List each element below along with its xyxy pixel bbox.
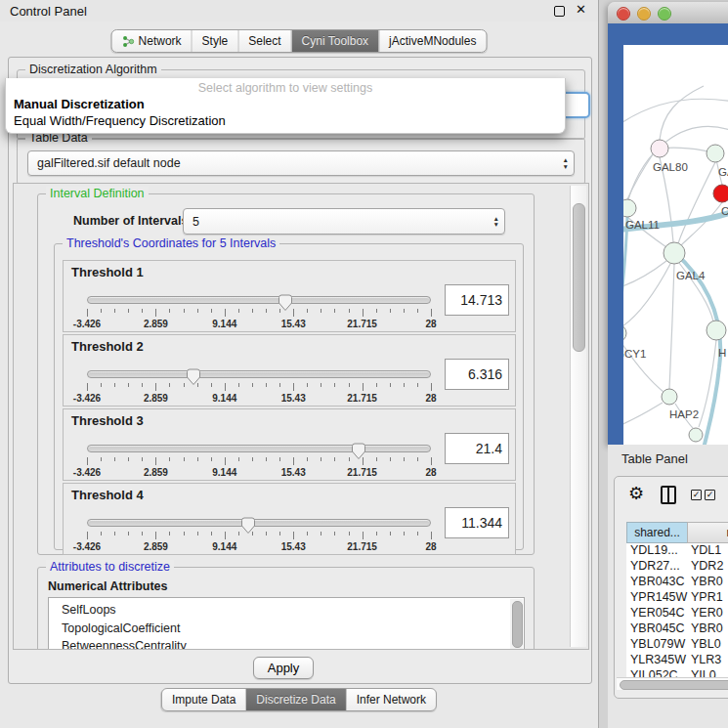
table-row[interactable]: YIL052CYIL0 [626, 668, 728, 677]
list-scrollbar[interactable] [510, 599, 523, 650]
cell-name[interactable]: YPR1 [687, 590, 728, 606]
gcy1-node[interactable] [623, 324, 626, 342]
slider-tick-label: 9.144 [212, 393, 236, 404]
column-header-shared-name[interactable]: shared... [626, 522, 687, 543]
list-scrollbar-thumb[interactable] [512, 601, 523, 648]
cell-name[interactable]: YBR0 [687, 621, 728, 637]
threshold-slider[interactable]: -3.4262.8599.14415.4321.71528 [87, 441, 431, 480]
cell-name[interactable]: YIL0 [687, 668, 728, 677]
slider-thumb[interactable] [240, 517, 256, 535]
attribute-list-item[interactable]: BetweennessCentrality [49, 637, 524, 650]
cell-name[interactable]: YBL0 [687, 637, 728, 653]
gal80-node[interactable] [651, 140, 668, 157]
cell-shared-name[interactable]: YBR043C [626, 575, 687, 590]
panel-scrollbar[interactable] [570, 186, 586, 647]
cell-name[interactable]: YBR0 [687, 575, 728, 590]
network-canvas[interactable]: GAL80GAGAL11CGAL4GCY1HHAP2 [623, 45, 728, 449]
network-edge[interactable] [623, 264, 670, 328]
cell-name[interactable]: YDL1 [687, 543, 728, 559]
bottom-node[interactable] [689, 428, 703, 442]
network-edge-highlighted[interactable] [704, 367, 719, 449]
threshold-value-field[interactable]: 14.713 [445, 284, 509, 316]
slider-thumb[interactable] [278, 294, 293, 312]
gear-icon[interactable]: ⚙ [628, 483, 644, 504]
checkboxes-icon[interactable]: ✓ ✓ [691, 490, 715, 500]
hap2-node[interactable] [662, 389, 677, 405]
gal4-node[interactable] [664, 242, 685, 264]
table-hscrollbar[interactable] [617, 677, 728, 690]
cell-name[interactable]: YER0 [687, 606, 728, 621]
slider-track[interactable] [87, 296, 431, 304]
cell-shared-name[interactable]: YER054C [626, 606, 687, 621]
cell-shared-name[interactable]: YIL052C [626, 668, 687, 677]
column-layout-icon[interactable] [661, 486, 676, 504]
table-row[interactable]: YBR045CYBR0 [626, 621, 728, 637]
selected-red-node[interactable] [713, 185, 728, 202]
cell-shared-name[interactable]: YBR045C [626, 621, 687, 637]
network-edge[interactable] [623, 261, 666, 289]
threshold-value-field[interactable]: 6.316 [445, 359, 509, 390]
threshold-slider[interactable]: -3.4262.8599.14415.4321.71528 [87, 292, 431, 331]
table-data-combo[interactable]: galFiltered.sif default node ▲▼ [27, 150, 575, 176]
close-icon[interactable]: ✕ [576, 2, 586, 17]
network-edge[interactable] [623, 99, 728, 127]
numerical-attributes-list[interactable]: SelfLoopsTopologicalCoefficientBetweenne… [48, 597, 525, 650]
table-row[interactable]: YPR145WYPR1 [626, 590, 728, 606]
panel-scrollbar-thumb[interactable] [573, 203, 585, 352]
table-row[interactable]: YER054CYER0 [626, 606, 728, 621]
network-window-titlebar[interactable] [608, 2, 728, 24]
close-window-icon[interactable] [617, 7, 630, 21]
table-row[interactable]: YDR27...YDR2 [626, 559, 728, 575]
h-node[interactable] [707, 321, 726, 340]
table-row[interactable]: YBR043CYBR0 [626, 575, 728, 590]
apply-button[interactable]: Apply [253, 657, 314, 679]
algorithm-option-equal-width[interactable]: Equal Width/Frequency Discretization [6, 112, 565, 129]
combo-stepper-icon[interactable]: ▲▼ [563, 157, 569, 170]
table-hscrollbar-thumb[interactable] [620, 680, 728, 690]
cell-shared-name[interactable]: YPR145W [626, 590, 687, 606]
slider-minor-tick [334, 309, 335, 313]
algorithm-option-manual[interactable]: Manual Discretization [6, 96, 565, 112]
cell-name[interactable]: YLR3 [687, 653, 728, 668]
slider-thumb[interactable] [351, 443, 366, 460]
slider-thumb[interactable] [186, 368, 201, 386]
tab-style[interactable]: Style [192, 30, 238, 52]
threshold-slider[interactable]: -3.4262.8599.14415.4321.71528 [87, 366, 431, 406]
slider-track[interactable] [87, 445, 431, 452]
number-of-intervals-combo[interactable]: 5 ▲▼ [183, 208, 505, 235]
network-edge[interactable] [627, 154, 653, 199]
cell-name[interactable]: YDR2 [687, 559, 728, 575]
float-window-icon[interactable] [554, 6, 565, 17]
table-row[interactable]: YBL079WYBL0 [626, 637, 728, 653]
tab-infer-network[interactable]: Infer Network [346, 689, 436, 710]
table-row[interactable]: YDL19...YDL1 [626, 543, 728, 559]
top-right-node[interactable] [707, 145, 724, 162]
threshold-slider[interactable]: -3.4262.8599.14415.4321.71528 [87, 515, 431, 554]
checkbox-icon[interactable]: ✓ [705, 490, 715, 500]
tab-impute-data[interactable]: Impute Data [162, 689, 245, 710]
attribute-list-item[interactable]: SelfLoops [49, 601, 524, 620]
table-row[interactable]: YLR345WYLR3 [626, 653, 728, 668]
tab-discretize-data[interactable]: Discretize Data [245, 689, 345, 710]
slider-track[interactable] [87, 519, 431, 527]
threshold-value-field[interactable]: 21.4 [445, 433, 509, 464]
cell-shared-name[interactable]: YLR345W [626, 653, 687, 668]
attribute-list-item[interactable]: TopologicalCoefficient [49, 620, 524, 638]
threshold-value-field[interactable]: 11.344 [445, 507, 509, 538]
cell-shared-name[interactable]: YBL079W [626, 637, 687, 653]
network-edge[interactable] [669, 264, 674, 389]
column-header-name[interactable]: name [687, 522, 728, 543]
zoom-window-icon[interactable] [658, 7, 671, 21]
slider-track[interactable] [87, 370, 431, 378]
combo-stepper-icon[interactable]: ▲▼ [493, 215, 499, 228]
checkbox-icon[interactable]: ✓ [691, 490, 702, 500]
minimize-window-icon[interactable] [637, 7, 651, 21]
network-edge[interactable] [623, 403, 663, 428]
tab-select[interactable]: Select [237, 30, 290, 52]
cell-shared-name[interactable]: YDL19... [626, 543, 687, 559]
tab-jactivemnodules[interactable]: jActiveMNodules [378, 30, 486, 52]
tab-network[interactable]: Network [112, 30, 192, 52]
cell-shared-name[interactable]: YDR27... [626, 559, 687, 575]
gal11-node[interactable] [623, 199, 636, 217]
tab-cyni-toolbox[interactable]: Cyni Toolbox [291, 30, 378, 52]
